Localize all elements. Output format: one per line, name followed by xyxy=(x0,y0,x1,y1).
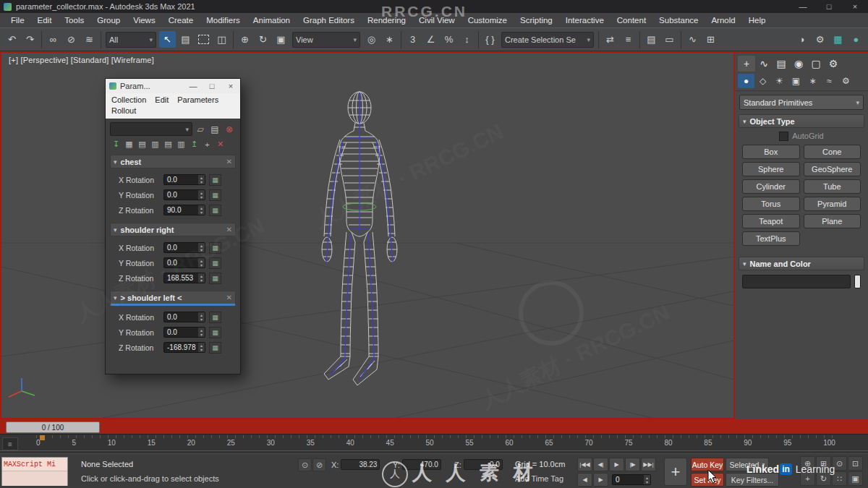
menu-file[interactable]: File xyxy=(4,13,31,27)
minimize-button[interactable]: — xyxy=(790,0,816,13)
param-key-icon[interactable]: ▦ xyxy=(209,342,221,354)
spin-down-icon[interactable]: ▾ xyxy=(198,348,205,352)
tab-modify[interactable]: ∿ xyxy=(755,56,773,72)
viewport-label[interactable]: [+] [Perspective] [Standard] [Wireframe] xyxy=(9,56,154,64)
spinner-arrows[interactable]: ▴▾ xyxy=(198,312,205,322)
spin-down-icon[interactable]: ▾ xyxy=(198,278,205,283)
key-step-forward-button[interactable]: ▶ xyxy=(593,473,608,487)
menu-tools[interactable]: Tools xyxy=(58,13,90,27)
object-name-input[interactable] xyxy=(742,275,851,288)
spinner-arrows[interactable]: ▴▾ xyxy=(198,273,205,283)
category-shapes-icon[interactable]: ◇ xyxy=(754,74,771,88)
window-crossing-icon[interactable]: ◫ xyxy=(213,31,230,48)
mirror-icon[interactable]: ⇄ xyxy=(602,31,618,48)
move-icon[interactable]: ⊕ xyxy=(237,31,253,48)
spin-down-icon[interactable]: ▾ xyxy=(198,210,205,215)
param-value-field[interactable]: 0.0 ▴▾ xyxy=(163,312,205,322)
duplicate-collection-icon[interactable]: ▤ xyxy=(208,124,221,135)
spin-down-icon[interactable]: ▾ xyxy=(198,180,205,184)
selection-lock-icon[interactable]: ⊘ xyxy=(312,458,326,471)
param-value-field[interactable]: -168.978 ▴▾ xyxy=(163,342,205,353)
geosphere-button[interactable]: GeoSphere xyxy=(804,162,861,176)
param-key-icon[interactable]: ▦ xyxy=(209,327,221,338)
key-all-icon[interactable]: ↥ xyxy=(188,139,200,150)
next-frame-button[interactable]: |▶ xyxy=(625,458,640,471)
previous-frame-button[interactable]: ◀| xyxy=(593,458,608,471)
param-collector-title-bar[interactable]: Param... — □ × xyxy=(106,79,240,93)
name-color-rollout-header[interactable]: ▾ Name and Color xyxy=(739,257,864,270)
menu-modifiers[interactable]: Modifiers xyxy=(200,13,247,27)
rollout-remove-icon[interactable]: ✕ xyxy=(226,158,232,166)
pc-minimize-button[interactable]: — xyxy=(184,82,203,90)
curve-editor-icon[interactable]: ∿ xyxy=(684,31,701,48)
subcategory-dropdown[interactable]: Standard Primitives ▾ xyxy=(739,95,864,110)
tab-display[interactable]: ▢ xyxy=(807,56,825,72)
object-type-rollout-header[interactable]: ▾ Object Type xyxy=(739,114,864,128)
menu-content[interactable]: Content xyxy=(610,13,652,27)
param-value-field[interactable]: 0.0 ▴▾ xyxy=(163,189,205,200)
menu-help[interactable]: Help xyxy=(742,13,773,27)
rendered-frame-window-icon[interactable]: ▦ xyxy=(830,31,846,48)
remove-parameter-icon[interactable]: ✕ xyxy=(214,139,226,150)
tab-motion[interactable]: ◉ xyxy=(790,56,807,72)
spinner-snap-icon[interactable]: ↕ xyxy=(459,31,475,48)
delete-collection-icon[interactable]: ⊗ xyxy=(223,124,236,135)
spinner-arrows[interactable]: ▴▾ xyxy=(198,343,205,352)
layer-manager-icon[interactable]: ▤ xyxy=(643,31,660,48)
scale-icon[interactable]: ▣ xyxy=(273,31,289,48)
cylinder-button[interactable]: Cylinder xyxy=(742,179,800,194)
menu-group[interactable]: Group xyxy=(90,13,127,27)
move-up-icon[interactable]: ▤ xyxy=(162,139,174,150)
param-key-icon[interactable]: ▦ xyxy=(209,273,221,284)
redo-icon[interactable]: ↷ xyxy=(22,31,38,48)
spin-down-icon[interactable]: ▾ xyxy=(198,333,205,337)
plane-button[interactable]: Plane xyxy=(804,214,861,228)
spinner-arrows[interactable]: ▴▾ xyxy=(198,190,205,200)
collection-dropdown[interactable]: ▾ xyxy=(110,122,192,136)
box-button[interactable]: Box xyxy=(742,145,800,159)
trackbar-options-icon[interactable]: ≡ xyxy=(2,437,18,450)
tab-utilities[interactable]: ⚙ xyxy=(825,56,842,72)
tube-button[interactable]: Tube xyxy=(804,179,861,194)
coord-x-field[interactable]: 38.23 xyxy=(341,459,380,470)
add-to-selected-rollout-icon[interactable]: ▦ xyxy=(123,139,135,150)
param-key-icon[interactable]: ▦ xyxy=(209,174,221,186)
move-down-icon[interactable]: ▥ xyxy=(175,139,187,150)
category-geometry-icon[interactable]: ● xyxy=(738,74,754,88)
ribbon-toggle-icon[interactable]: ▭ xyxy=(661,31,678,48)
category-lights-icon[interactable]: ☀ xyxy=(771,74,788,88)
menu-interactive[interactable]: Interactive xyxy=(559,13,610,27)
menu-create[interactable]: Create xyxy=(162,13,200,27)
spin-down-icon[interactable]: ▾ xyxy=(198,195,205,200)
go-to-start-button[interactable]: |◀◀ xyxy=(577,458,592,471)
isolate-selection-icon[interactable]: ⊙ xyxy=(298,458,312,471)
menu-animation[interactable]: Animation xyxy=(247,13,297,27)
time-slider-handle[interactable]: 0 / 100 xyxy=(6,421,100,433)
category-cameras-icon[interactable]: ▣ xyxy=(788,74,804,88)
menu-substance[interactable]: Substance xyxy=(652,13,705,27)
unlink-icon[interactable]: ⊘ xyxy=(63,31,80,48)
delete-rollout-icon[interactable]: ▥ xyxy=(149,139,161,150)
spinner-arrows[interactable]: ▴▾ xyxy=(644,475,650,484)
menu-scripting[interactable]: Scripting xyxy=(514,13,559,27)
undo-icon[interactable]: ↶ xyxy=(4,31,20,48)
textplus-button[interactable]: TextPlus xyxy=(742,231,800,246)
param-value-field[interactable]: 0.0 ▴▾ xyxy=(163,174,205,185)
bind-spacewarp-icon[interactable]: ≋ xyxy=(81,31,98,48)
sphere-button[interactable]: Sphere xyxy=(742,162,800,176)
param-key-icon[interactable]: ▦ xyxy=(209,312,221,323)
tab-create[interactable]: + xyxy=(738,56,755,72)
autogrid-checkbox[interactable] xyxy=(779,132,788,141)
select-by-name-icon[interactable]: ▤ xyxy=(177,31,194,48)
reference-coordinate-dropdown[interactable]: View ▾ xyxy=(292,32,360,48)
spin-down-icon[interactable]: ▾ xyxy=(644,480,650,484)
add-to-new-rollout-icon[interactable]: ↧ xyxy=(110,139,122,150)
spin-down-icon[interactable]: ▾ xyxy=(198,317,205,322)
rotate-icon[interactable]: ↻ xyxy=(255,31,271,48)
select-manipulate-icon[interactable]: ∗ xyxy=(381,31,398,48)
selection-region-icon[interactable] xyxy=(195,31,212,48)
key-step-back-button[interactable]: ◀ xyxy=(577,473,592,487)
edit-rollout-icon[interactable]: ▤ xyxy=(136,139,148,150)
material-editor-icon[interactable]: ◑ xyxy=(793,31,810,48)
named-selection-set-dropdown[interactable]: Create Selection Se ▾ xyxy=(501,32,594,48)
